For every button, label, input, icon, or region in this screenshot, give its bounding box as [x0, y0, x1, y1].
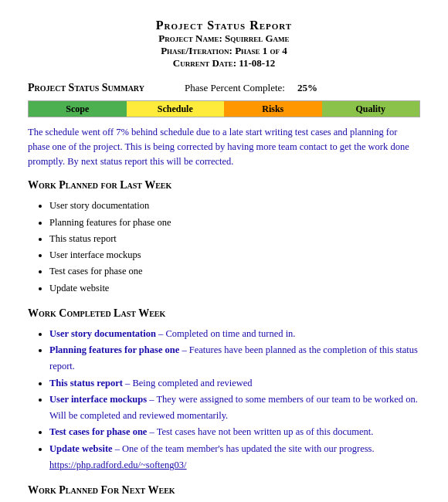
list-item: Test cases for phase one — [49, 263, 420, 280]
list-item: Update website — [49, 280, 420, 297]
project-name: Project Name: Squirrel Game — [28, 32, 420, 45]
list-item: Update website – One of the team member'… — [49, 441, 420, 474]
status-bar-risks: Risks — [224, 101, 322, 117]
list-item: This status report – Being completed and… — [49, 375, 420, 392]
status-bar-quality: Quality — [322, 101, 420, 117]
work-planned-next-week-heading: Work Planned For Next Week — [28, 484, 420, 497]
radford-link[interactable]: https://php.radford.edu/~softeng03/ — [49, 460, 187, 470]
phase-percent-label: Phase Percent Complete: — [185, 82, 285, 94]
phase-percent-value: 25% — [297, 82, 317, 94]
work-planned-last-week-heading: Work Planned for Last Week — [28, 179, 420, 192]
status-summary-row: Project Status Summary Phase Percent Com… — [28, 82, 420, 94]
list-item: Test cases for phase one – Test cases ha… — [49, 424, 420, 440]
phase-iteration: Phase/Iteration: Phase 1 of 4 — [28, 45, 420, 57]
list-item: This status report — [49, 231, 420, 247]
status-bar-schedule: Schedule — [127, 101, 225, 117]
work-completed-last-week-list: User story documentation – Completed on … — [28, 326, 420, 473]
list-item: Planning features for phase one – Featur… — [49, 342, 420, 375]
list-item: Planning features for phase one — [49, 215, 420, 231]
list-item: User interface mockups — [49, 247, 420, 263]
list-item: User story documentation — [49, 198, 420, 214]
status-bar-scope: Scope — [29, 101, 127, 117]
summary-text: The schedule went off 7% behind schedule… — [28, 125, 420, 168]
current-date: Current Date: 11-08-12 — [28, 57, 420, 70]
list-item: User interface mockups – They were assig… — [49, 392, 420, 425]
status-summary-label: Project Status Summary — [28, 82, 144, 94]
list-item: User story documentation – Completed on … — [49, 326, 420, 342]
report-header: Project Status Report Project Name: Squi… — [28, 19, 420, 70]
work-completed-last-week-heading: Work Completed Last Week — [28, 307, 420, 320]
work-planned-last-week-list: User story documentation Planning featur… — [28, 198, 420, 297]
report-title: Project Status Report — [28, 19, 420, 32]
status-bar: Scope Schedule Risks Quality — [28, 100, 420, 117]
